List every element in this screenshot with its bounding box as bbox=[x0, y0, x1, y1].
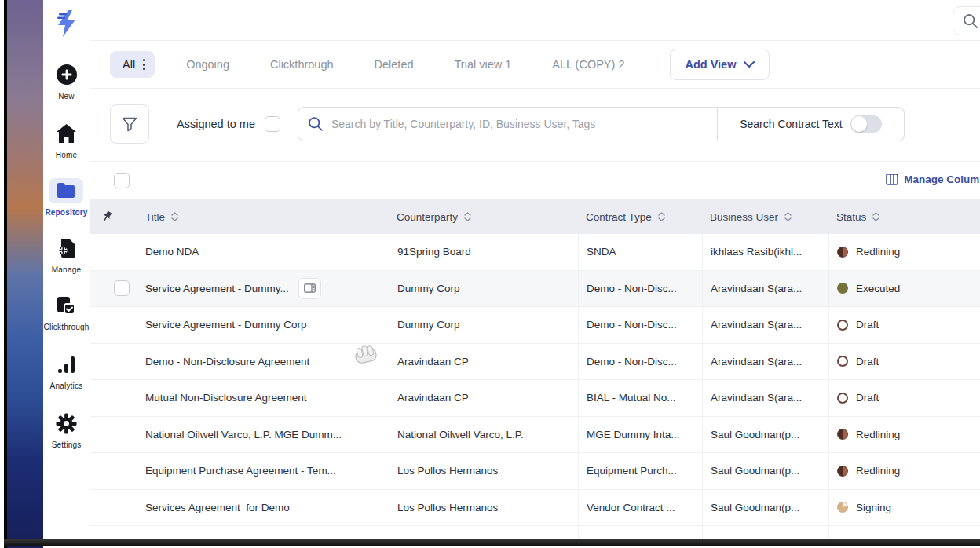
cell-title: Demo - Non-Disclosure Agreement bbox=[136, 344, 389, 380]
app-logo[interactable] bbox=[43, 6, 90, 41]
sort-icon bbox=[872, 212, 879, 221]
column-label: Counterparty bbox=[397, 211, 458, 223]
column-label: Business User bbox=[710, 211, 778, 223]
cell-contract-type: Demo - Non-Disc... bbox=[578, 344, 702, 380]
cell-status: Redlining bbox=[828, 453, 980, 489]
table-row[interactable]: Demo NDA 91Spring Board SNDA ikhlaas Ras… bbox=[90, 234, 980, 271]
row-select-area[interactable] bbox=[90, 380, 136, 416]
search-contract-text-label: Search Contract Text bbox=[740, 118, 842, 130]
sidebar-item-label: Home bbox=[56, 151, 77, 159]
cell-counterparty bbox=[389, 526, 578, 539]
add-view-label: Add View bbox=[685, 58, 736, 71]
cell-status: Redlining bbox=[828, 234, 980, 270]
select-all-checkbox[interactable] bbox=[114, 173, 130, 188]
row-select-area[interactable] bbox=[90, 271, 136, 307]
column-header-title[interactable]: Title bbox=[136, 199, 389, 234]
table-body: Demo NDA 91Spring Board SNDA ikhlaas Ras… bbox=[90, 234, 980, 539]
sidebar-item-analytics[interactable]: Analytics bbox=[49, 352, 84, 390]
sidebar-item-label: Analytics bbox=[50, 382, 83, 390]
view-tabs: All Ongoing Clickthrough Deleted Trial v… bbox=[90, 41, 980, 89]
table-row[interactable]: Service Agreement - Dummy Corp Dummy Cor… bbox=[90, 307, 980, 344]
row-select-area[interactable] bbox=[90, 344, 136, 380]
cell-status: Signing bbox=[828, 490, 980, 526]
status-label: Draft bbox=[856, 392, 879, 404]
row-select-area[interactable] bbox=[90, 307, 136, 343]
column-header-counterparty[interactable]: Counterparty bbox=[389, 199, 578, 234]
status-label: Executed bbox=[856, 283, 900, 294]
tab-all[interactable]: All bbox=[110, 51, 155, 78]
cell-title bbox=[136, 526, 389, 539]
tab-trial-view-1[interactable]: Trial view 1 bbox=[455, 58, 512, 71]
cell-counterparty: Los Pollos Hermanos bbox=[389, 490, 578, 526]
cell-business-user: Aravindaan S(ara... bbox=[702, 380, 828, 416]
top-bar bbox=[90, 0, 980, 41]
tab-all-copy-2[interactable]: ALL (COPY) 2 bbox=[552, 58, 624, 71]
column-header-status[interactable]: Status bbox=[828, 199, 980, 234]
table-row[interactable]: Service Agreement - Dummy... Dummy Corp … bbox=[90, 271, 980, 308]
row-select-area[interactable] bbox=[90, 453, 136, 489]
sidebar-item-manage[interactable]: Manage bbox=[49, 236, 84, 274]
pages-check-icon bbox=[49, 293, 83, 318]
app-window: New Home Repository bbox=[0, 0, 980, 548]
filter-row: Assigned to me Search Contract Text bbox=[90, 89, 980, 159]
cell-status: Redlining bbox=[828, 417, 980, 453]
add-view-button[interactable]: Add View bbox=[670, 49, 770, 80]
search-input[interactable] bbox=[331, 118, 708, 130]
cell-contract-type: SNDA bbox=[578, 234, 702, 270]
table-row[interactable]: Equipment Purchase Agreement - Tem... Lo… bbox=[90, 453, 980, 490]
cell-title: Services Agreement_for Demo bbox=[136, 490, 389, 526]
sidebar-item-settings[interactable]: Settings bbox=[49, 411, 84, 449]
kebab-menu-icon[interactable] bbox=[143, 59, 145, 70]
table-row[interactable] bbox=[90, 526, 980, 539]
global-search-button[interactable] bbox=[953, 6, 980, 35]
cell-contract-type: BIAL - Mutual No... bbox=[578, 380, 702, 416]
tab-deleted[interactable]: Deleted bbox=[375, 58, 414, 71]
status-label: Draft bbox=[856, 356, 879, 367]
pin-column-header[interactable] bbox=[90, 199, 136, 234]
cell-title: Mutual Non-Disclosure Agreement bbox=[136, 380, 389, 416]
search-contract-text-toggle[interactable] bbox=[850, 115, 882, 133]
sidebar-item-new[interactable]: New bbox=[49, 62, 84, 100]
search-icon bbox=[308, 116, 324, 132]
table-row[interactable]: Mutual Non-Disclosure Agreement Aravinda… bbox=[90, 380, 980, 417]
tab-clickthrough[interactable]: Clickthrough bbox=[270, 58, 334, 71]
sidebar-item-home[interactable]: Home bbox=[49, 121, 84, 159]
assigned-to-me-checkbox[interactable] bbox=[265, 116, 280, 132]
cell-contract-type: Vendor Contract ... bbox=[578, 490, 702, 526]
row-select-area[interactable] bbox=[90, 234, 136, 270]
status-icon bbox=[837, 247, 848, 258]
table-row[interactable]: National Oilwell Varco, L.P. MGE Dumm...… bbox=[90, 417, 980, 454]
row-select-area[interactable] bbox=[90, 417, 136, 453]
row-select-area[interactable] bbox=[90, 490, 136, 526]
cell-contract-type: MGE Dummy Inta... bbox=[578, 417, 702, 453]
sidebar: New Home Repository bbox=[43, 0, 90, 548]
manage-columns-button[interactable]: Manage Columns bbox=[886, 174, 980, 185]
table-row[interactable]: Services Agreement_for Demo Los Pollos H… bbox=[90, 490, 980, 527]
status-icon bbox=[837, 320, 848, 331]
open-preview-button[interactable] bbox=[298, 278, 321, 299]
contracts-table: Manage Columns Title C bbox=[90, 161, 980, 539]
tab-ongoing[interactable]: Ongoing bbox=[186, 58, 229, 71]
column-header-business-user[interactable]: Business User bbox=[702, 199, 828, 234]
sidebar-item-clickthrough[interactable]: Clickthrough bbox=[44, 293, 90, 331]
cell-counterparty: Aravindaan CP bbox=[389, 344, 578, 380]
cell-business-user: ikhlaas Rasib(ikhl... bbox=[702, 234, 828, 270]
cell-contract-type: Demo - Non-Disc... bbox=[578, 307, 702, 343]
search-contract-text: Search Contract Text bbox=[718, 107, 905, 141]
cell-contract-type bbox=[578, 526, 702, 539]
sidebar-item-repository[interactable]: Repository bbox=[45, 178, 87, 217]
column-header-contract-type[interactable]: Contract Type bbox=[578, 199, 702, 234]
plus-circle-icon bbox=[49, 62, 84, 87]
status-icon bbox=[837, 283, 848, 294]
table-header: Title Counterparty Contract Type Busines… bbox=[90, 199, 980, 234]
table-row[interactable]: Demo - Non-Disclosure Agreement Aravinda… bbox=[90, 344, 980, 381]
row-checkbox[interactable] bbox=[114, 280, 130, 296]
status-label: Redlining bbox=[856, 246, 900, 258]
status-icon bbox=[837, 429, 848, 440]
filter-button[interactable] bbox=[110, 104, 149, 144]
row-select-area[interactable] bbox=[90, 526, 136, 539]
sidebar-item-label: Clickthrough bbox=[44, 323, 90, 331]
column-label: Contract Type bbox=[586, 211, 652, 223]
status-label: Signing bbox=[856, 502, 891, 513]
cell-business-user: Saul Goodman(p... bbox=[702, 417, 828, 453]
